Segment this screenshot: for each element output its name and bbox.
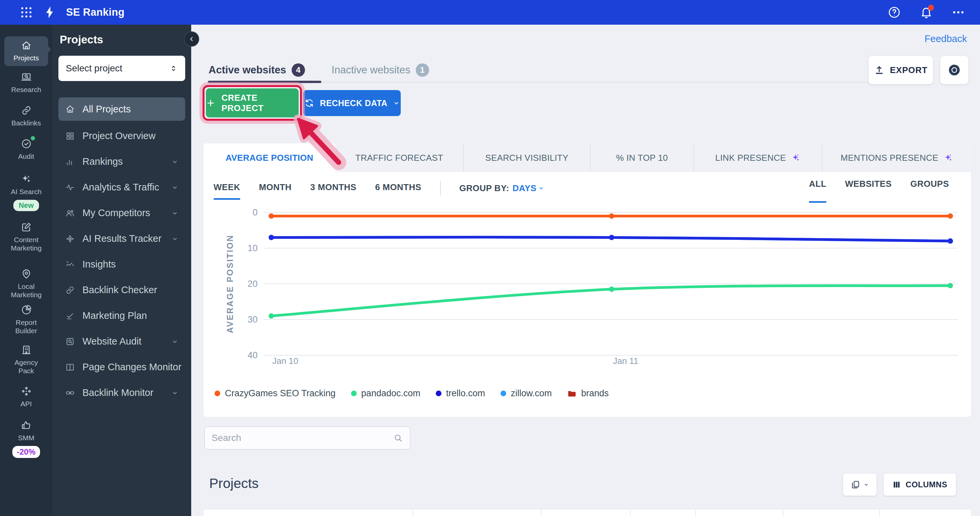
feedback-link[interactable]: Feedback xyxy=(924,33,967,44)
ai-sparkle-icon xyxy=(791,153,800,163)
rail-item-projects[interactable]: Projects xyxy=(4,37,48,66)
top-bar: SE Ranking xyxy=(0,0,980,25)
discount-badge: -20% xyxy=(12,446,40,458)
home-icon xyxy=(21,40,32,51)
sidebar-item-rankings[interactable]: Rankings xyxy=(58,149,185,175)
plus-icon xyxy=(206,98,216,108)
legend-marker xyxy=(351,391,357,396)
sidebar-item-marketing-plan[interactable]: Marketing Plan xyxy=(58,303,185,329)
svg-text:40: 40 xyxy=(248,350,258,360)
recheck-data-button[interactable]: RECHECK DATA xyxy=(303,90,401,116)
thumbs-up-icon xyxy=(21,419,32,431)
range-6-months[interactable]: 6 MONTHS xyxy=(375,182,421,194)
refresh-icon xyxy=(304,98,315,108)
sidebar-item-insights[interactable]: Insights xyxy=(58,251,185,277)
gear-icon xyxy=(947,63,961,77)
edit-icon xyxy=(21,221,32,233)
metric-tab-search-visibility[interactable]: SEARCH VISIBILITY xyxy=(464,143,590,172)
chevron-down-icon xyxy=(393,99,400,107)
scope-websites[interactable]: WEBSITES xyxy=(845,179,892,197)
settings-button[interactable] xyxy=(940,56,968,84)
metric-tab-link-presence[interactable]: LINK PRESENCE xyxy=(694,143,822,172)
rail-item-smm[interactable]: SMM -20% xyxy=(0,419,52,458)
legend-item-brands[interactable]: brands xyxy=(567,388,609,399)
rail-item-label: AI Search xyxy=(11,187,41,196)
scope-groups[interactable]: GROUPS xyxy=(910,179,949,197)
ai-sparkle-icon xyxy=(943,153,953,163)
export-button[interactable]: EXPORT xyxy=(869,56,933,84)
rail-item-research[interactable]: Research xyxy=(0,71,52,94)
pie-chart-icon xyxy=(21,304,32,316)
svg-text:AVERAGE POSITION: AVERAGE POSITION xyxy=(225,235,235,333)
rail-item-agency-pack[interactable]: Agency Pack xyxy=(0,344,52,375)
metric-tab-traffic-forecast[interactable]: TRAFFIC FORECAST xyxy=(335,143,464,172)
sidebar-item-analytics-traffic[interactable]: Analytics & Traffic xyxy=(58,175,185,200)
sidebar-item-ai-results-tracker[interactable]: AI Results Tracker xyxy=(58,226,185,251)
help-icon[interactable] xyxy=(887,5,901,19)
metric-tab-average-position[interactable]: AVERAGE POSITION xyxy=(204,143,335,172)
notifications-icon[interactable] xyxy=(919,5,933,19)
rail-item-audit[interactable]: Audit xyxy=(0,138,52,160)
svg-text:Jan 10: Jan 10 xyxy=(272,356,298,366)
search-input[interactable] xyxy=(212,433,393,443)
rail-item-local-marketing[interactable]: Local Marketing xyxy=(0,268,52,299)
bar-chart-icon xyxy=(65,157,75,167)
rail-item-label: Backlinks xyxy=(11,119,41,127)
active-tab-underline xyxy=(208,81,321,83)
metric-tab-in-top-10[interactable]: % IN TOP 10 xyxy=(590,143,694,172)
metric-tab-mentions-presence[interactable]: MENTIONS PRESENCE xyxy=(822,143,971,172)
users-icon xyxy=(65,208,75,218)
rail-item-report-builder[interactable]: Report Builder xyxy=(0,304,52,335)
legend-item[interactable]: trello.com xyxy=(436,388,485,399)
overview-grid-icon xyxy=(65,131,75,141)
projects-section-title: Projects xyxy=(209,476,259,491)
rail-item-ai-search[interactable]: AI Search New xyxy=(0,173,52,211)
range-month[interactable]: MONTH xyxy=(259,182,292,194)
sidebar-collapse-button[interactable] xyxy=(184,31,199,47)
count-badge: 1 xyxy=(416,64,429,77)
create-project-button[interactable]: CREATE PROJECT xyxy=(206,88,299,117)
app-grid-icon[interactable] xyxy=(19,5,33,19)
sidebar-item-all-projects[interactable]: All Projects xyxy=(58,97,185,121)
chain-link-icon xyxy=(65,388,75,398)
legend-item[interactable]: CrazyGames SEO Tracking xyxy=(215,388,336,399)
chevron-down-icon xyxy=(171,210,178,217)
building-icon xyxy=(21,344,32,356)
metric-tab-strip: AVERAGE POSITION TRAFFIC FORECAST SEARCH… xyxy=(204,143,971,172)
rail-item-label: SMM xyxy=(18,433,34,442)
sidebar-item-website-audit[interactable]: Website Audit xyxy=(58,329,185,354)
chevron-down-icon xyxy=(171,158,178,165)
tab-inactive-websites[interactable]: Inactive websites 1 xyxy=(332,64,429,77)
legend-item[interactable]: pandadoc.com xyxy=(351,388,420,399)
se-ranking-logo-icon[interactable] xyxy=(43,5,57,19)
scope-all[interactable]: ALL xyxy=(809,179,826,197)
sidebar-item-backlink-checker[interactable]: Backlink Checker xyxy=(58,277,185,303)
project-select[interactable]: Select project xyxy=(58,56,185,81)
columns-button[interactable]: COLUMNS xyxy=(884,474,956,495)
copy-view-button[interactable] xyxy=(843,474,877,495)
sidebar-item-project-overview[interactable]: Project Overview xyxy=(58,123,185,149)
average-position-chart: 010203040Jan 10Jan 11AVERAGE POSITION xyxy=(220,203,968,372)
rail-item-content-marketing[interactable]: Content Marketing xyxy=(0,221,52,252)
check-circle-icon xyxy=(21,138,32,149)
app-title: SE Ranking xyxy=(66,6,124,18)
rail-item-label: Audit xyxy=(18,152,34,160)
legend-marker xyxy=(215,391,220,396)
sidebar-item-my-competitors[interactable]: My Competitors xyxy=(58,200,185,226)
tab-active-websites[interactable]: Active websites 4 xyxy=(208,64,305,77)
annotation-highlight-box: CREATE PROJECT xyxy=(202,85,302,121)
rail-item-backlinks[interactable]: Backlinks xyxy=(0,105,52,127)
chevron-down-icon xyxy=(171,235,178,243)
more-menu-icon[interactable] xyxy=(951,5,965,19)
sidebar-item-page-changes-monitor[interactable]: Page Changes Monitor xyxy=(58,354,185,380)
group-by-control[interactable]: GROUP BY: DAYS xyxy=(460,183,544,194)
time-range-controls: WEEK MONTH 3 MONTHS 6 MONTHS GROUP BY: D… xyxy=(213,179,544,197)
tab-track-line xyxy=(321,82,922,83)
range-3-months[interactable]: 3 MONTHS xyxy=(310,182,356,194)
range-week[interactable]: WEEK xyxy=(213,182,240,194)
sidebar-item-backlink-monitor[interactable]: Backlink Monitor xyxy=(58,380,185,406)
checklist-icon xyxy=(65,311,75,321)
rail-item-api[interactable]: API xyxy=(0,386,52,408)
legend-item[interactable]: zillow.com xyxy=(501,388,552,399)
ai-tracker-icon xyxy=(65,234,75,244)
